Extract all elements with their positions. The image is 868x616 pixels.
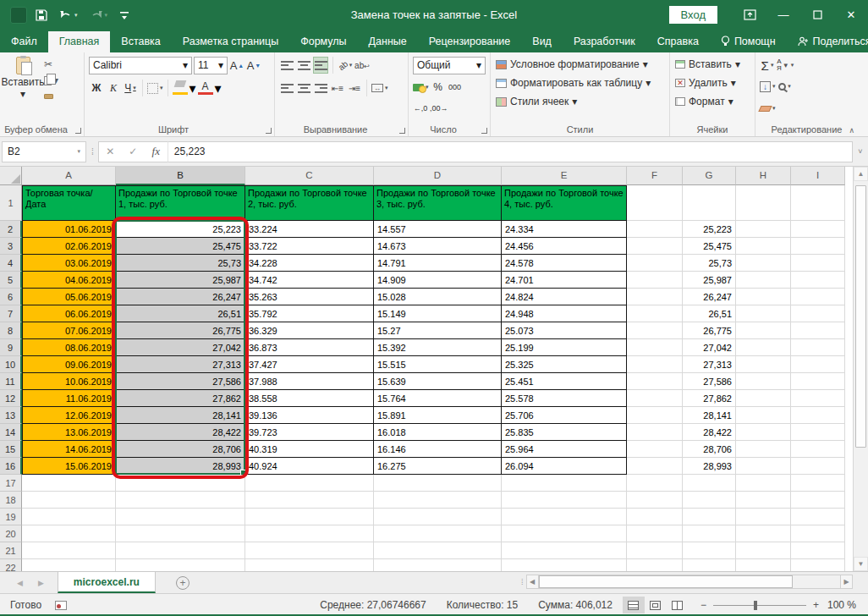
- cell-G18[interactable]: [683, 492, 736, 509]
- cell-E10[interactable]: 25.325: [502, 356, 627, 373]
- font-color-button[interactable]: А: [198, 80, 213, 96]
- increase-decimal-button[interactable]: ←,0: [413, 100, 428, 117]
- find-select-button[interactable]: ▾: [777, 78, 793, 95]
- cell-I5[interactable]: [791, 272, 845, 289]
- cell-H7[interactable]: [736, 305, 791, 322]
- cell-G14[interactable]: 28,422: [683, 424, 736, 441]
- cell-H19[interactable]: [736, 509, 791, 525]
- cell-B5[interactable]: 25,987: [116, 272, 245, 289]
- cell-F12[interactable]: [627, 390, 683, 407]
- cell-H10[interactable]: [736, 356, 791, 373]
- cell-C5[interactable]: 34.742: [245, 272, 374, 289]
- row-header-9[interactable]: 9: [0, 339, 22, 356]
- cell-H14[interactable]: [736, 424, 791, 441]
- sheet-tab-microexcel[interactable]: microexcel.ru: [58, 572, 156, 593]
- cell-E16[interactable]: 26.094: [502, 458, 627, 475]
- cell-C6[interactable]: 35.263: [245, 289, 374, 305]
- page-layout-view-button[interactable]: [645, 597, 667, 613]
- cell-G15[interactable]: 28,706: [683, 441, 736, 458]
- cell-G11[interactable]: 27,586: [683, 373, 736, 390]
- prev-sheet-button[interactable]: ◀: [17, 579, 23, 587]
- cell-G17[interactable]: [683, 475, 736, 492]
- cell-G3[interactable]: 25,475: [683, 238, 736, 255]
- cell-B18[interactable]: [116, 492, 245, 509]
- tab-Файл[interactable]: Файл: [0, 31, 48, 52]
- zoom-slider-thumb[interactable]: [754, 601, 757, 610]
- cell-E3[interactable]: 24.456: [502, 238, 627, 255]
- hscroll-splitter[interactable]: ⁞: [521, 578, 523, 586]
- cell-D8[interactable]: 15.27: [374, 322, 502, 339]
- cell-E18[interactable]: [502, 492, 627, 509]
- collapse-ribbon-button[interactable]: ∧: [849, 126, 854, 135]
- align-middle-button[interactable]: [296, 57, 311, 74]
- cell-I15[interactable]: [791, 441, 845, 458]
- row-header-14[interactable]: 14: [0, 424, 22, 441]
- cell-A1[interactable]: Торговая точка/ Дата: [22, 185, 116, 221]
- cell-E8[interactable]: 25.073: [502, 322, 627, 339]
- cell-E4[interactable]: 24.578: [502, 255, 627, 272]
- cell-G6[interactable]: 26,247: [683, 289, 736, 305]
- fill-button[interactable]: ↓▾: [760, 78, 776, 95]
- cell-H22[interactable]: [736, 559, 791, 571]
- cut-button[interactable]: ✂: [44, 58, 58, 71]
- cell-F15[interactable]: [627, 441, 683, 458]
- new-sheet-button[interactable]: +: [176, 576, 190, 590]
- cell-D4[interactable]: 14.791: [374, 255, 502, 272]
- cell-E7[interactable]: 24.948: [502, 305, 627, 322]
- cell-A8[interactable]: 07.06.2019: [22, 322, 116, 339]
- column-header-D[interactable]: D: [374, 167, 502, 185]
- cell-F5[interactable]: [627, 272, 683, 289]
- cell-C21[interactable]: [245, 542, 374, 559]
- name-box[interactable]: B2▾: [2, 141, 86, 162]
- cell-A13[interactable]: 12.06.2019: [22, 407, 116, 424]
- cell-C3[interactable]: 33.722: [245, 238, 374, 255]
- clipboard-dialog-launcher[interactable]: [75, 128, 81, 134]
- cell-E21[interactable]: [502, 542, 627, 559]
- row-header-2[interactable]: 2: [0, 221, 22, 238]
- cell-H6[interactable]: [736, 289, 791, 305]
- undo-button[interactable]: ▾: [59, 9, 78, 20]
- cell-G5[interactable]: 25,987: [683, 272, 736, 289]
- cell-H21[interactable]: [736, 542, 791, 559]
- cell-H16[interactable]: [736, 458, 791, 475]
- cell-A16[interactable]: 15.06.2019: [22, 458, 116, 475]
- scroll-left-button[interactable]: ◀: [526, 575, 539, 589]
- formula-input[interactable]: 25,223: [168, 141, 853, 162]
- autosum-button[interactable]: Σ▾: [760, 57, 775, 74]
- cell-A4[interactable]: 03.06.2019: [22, 255, 116, 272]
- cell-A17[interactable]: [22, 475, 116, 492]
- cell-B12[interactable]: 27,862: [116, 390, 245, 407]
- paste-button[interactable]: Вставить▾: [2, 55, 44, 100]
- cell-F14[interactable]: [627, 424, 683, 441]
- cell-B4[interactable]: 25,73: [116, 255, 245, 272]
- cell-F9[interactable]: [627, 339, 683, 356]
- cell-G1[interactable]: [683, 185, 736, 221]
- cell-F10[interactable]: [627, 356, 683, 373]
- cell-B7[interactable]: 26,51: [116, 305, 245, 322]
- column-header-C[interactable]: C: [245, 167, 374, 185]
- cell-C11[interactable]: 37.988: [245, 373, 374, 390]
- cell-I21[interactable]: [791, 542, 845, 559]
- cell-B22[interactable]: [116, 559, 245, 571]
- cell-D15[interactable]: 16.146: [374, 441, 502, 458]
- scroll-right-button[interactable]: ▶: [840, 575, 853, 589]
- row-header-6[interactable]: 6: [0, 289, 22, 305]
- cell-C14[interactable]: 39.723: [245, 424, 374, 441]
- cell-I6[interactable]: [791, 289, 845, 305]
- select-all-button[interactable]: [0, 167, 22, 185]
- column-header-B[interactable]: B: [116, 167, 245, 185]
- cell-C13[interactable]: 39.136: [245, 407, 374, 424]
- cell-C4[interactable]: 34.228: [245, 255, 374, 272]
- tab-Главная[interactable]: Главная: [48, 31, 111, 52]
- cell-D10[interactable]: 15.515: [374, 356, 502, 373]
- cell-B9[interactable]: 27,042: [116, 339, 245, 356]
- cell-F22[interactable]: [627, 559, 683, 571]
- row-header-18[interactable]: 18: [0, 492, 22, 509]
- cell-H17[interactable]: [736, 475, 791, 492]
- cell-G4[interactable]: 25,73: [683, 255, 736, 272]
- minimize-button[interactable]: —: [766, 0, 800, 30]
- cell-C7[interactable]: 35.792: [245, 305, 374, 322]
- cell-I11[interactable]: [791, 373, 845, 390]
- row-header-17[interactable]: 17: [0, 475, 22, 492]
- cell-D16[interactable]: 16.275: [374, 458, 502, 475]
